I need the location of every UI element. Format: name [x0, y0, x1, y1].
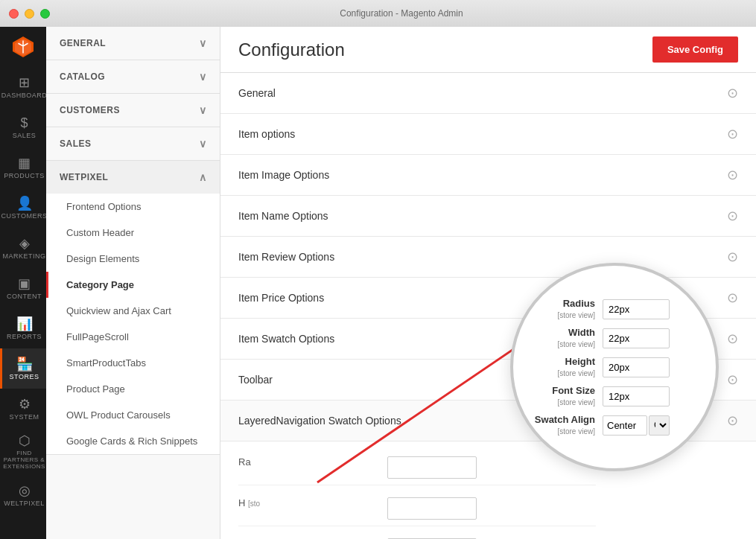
nav-item-stores-label: STORES: [10, 373, 39, 380]
sidebar-item-google-cards[interactable]: Google Cards & Rich Snippets: [46, 428, 220, 454]
nav-item-customers[interactable]: 👤 CUSTOMERS: [0, 188, 46, 228]
config-row-toolbar-label: Toolbar: [238, 374, 273, 386]
zoom-field-radius: Radius [store view]: [524, 298, 705, 320]
nav-item-products[interactable]: ▦ PRODUCTS: [0, 147, 46, 188]
chevron-circle-icon-3: ⊙: [727, 167, 738, 183]
sidebar-item-smartproducttabs[interactable]: SmartProductTabs: [46, 350, 220, 376]
nav-item-system-label: SYSTEM: [9, 413, 39, 421]
field-row-fontsize-partial: Font Si [sto: [238, 532, 596, 539]
close-button[interactable]: [9, 9, 19, 19]
maximize-button[interactable]: [40, 9, 50, 19]
chevron-circle-icon-7: ⊙: [727, 331, 738, 347]
chevron-down-icon: ∨: [199, 37, 207, 49]
config-row-general[interactable]: General ⊙: [220, 73, 756, 114]
config-row-item-options[interactable]: Item options ⊙: [220, 114, 756, 155]
zoom-input-fontsize[interactable]: [603, 386, 670, 406]
sidebar-section-wetpixel-label: WETPIXEL: [60, 172, 108, 182]
zoom-field-height: Height [store view]: [524, 356, 705, 378]
nav-item-sales[interactable]: $ SALES: [0, 107, 46, 147]
chevron-circle-icon-9: ⊙: [727, 412, 738, 429]
nav-item-dashboard[interactable]: ⊞ DASHBOARD: [0, 67, 46, 107]
sidebar-item-frontend-options[interactable]: Frontend Options: [46, 194, 220, 220]
chevron-circle-icon-6: ⊙: [727, 290, 738, 306]
sidebar-section-sales: SALES ∨: [46, 127, 220, 161]
title-bar: Configuration - Magento Admin: [0, 0, 756, 27]
nav-item-find-partners-label: FIND PARTNERS & EXTENSIONS: [2, 450, 46, 470]
config-row-item-image[interactable]: Item Image Options ⊙: [220, 155, 756, 196]
minimize-button[interactable]: [25, 9, 34, 19]
config-row-item-options-label: Item options: [238, 128, 295, 140]
weltpixel-icon: ◎: [19, 484, 31, 497]
sidebar-section-general-header[interactable]: GENERAL ∨: [46, 27, 220, 60]
sidebar-item-quickview[interactable]: Quickview and Ajax Cart: [46, 298, 220, 324]
nav-item-stores[interactable]: 🏪 STORES: [0, 348, 46, 389]
sidebar-section-sales-header[interactable]: SALES ∨: [46, 127, 220, 160]
sidebar-item-design-elements[interactable]: Design Elements: [46, 246, 220, 272]
sidebar-item-product-page[interactable]: Product Page: [46, 376, 220, 402]
sidebar-section-customers: CUSTOMERS ∨: [46, 94, 220, 127]
sidebar-item-fullpagescroll[interactable]: FullPageScroll: [46, 324, 220, 350]
config-row-item-name[interactable]: Item Name Options ⊙: [220, 196, 756, 237]
zoom-sublabel-radius: [store view]: [557, 311, 595, 319]
sidebar-section-sales-label: SALES: [60, 138, 92, 149]
dashboard-icon: ⊞: [19, 76, 30, 89]
layered-nav-expanded: Ra H [sto: [220, 441, 756, 539]
sidebar-section-general: GENERAL ∨: [46, 27, 220, 60]
zoom-input-width[interactable]: [603, 328, 670, 348]
chevron-circle-icon-2: ⊙: [727, 126, 738, 142]
nav-item-reports[interactable]: 📊 REPORTS: [0, 308, 46, 348]
sidebar-item-custom-header[interactable]: Custom Header: [46, 220, 220, 246]
zoom-sublabel-swatchalign: [store view]: [557, 427, 595, 436]
nav-item-marketing-label: MARKETING: [2, 252, 45, 260]
field-label-h: H: [238, 497, 245, 508]
sidebar-section-catalog: CATALOG ∨: [46, 60, 220, 94]
nav-item-weltpixel[interactable]: ◎ WELTPIXEL: [0, 475, 46, 515]
field-input-radius[interactable]: [387, 456, 477, 479]
zoom-field-fontsize: Font Size [store view]: [524, 385, 705, 407]
zoom-label-fontsize: Font Size: [524, 385, 595, 396]
nav-item-customers-label: CUSTOMERS: [1, 212, 48, 220]
find-partners-icon: ⬡: [19, 434, 31, 447]
sidebar-item-owl-carousels[interactable]: OWL Product Carousels: [46, 402, 220, 428]
nav-item-find-partners[interactable]: ⬡ FIND PARTNERS & EXTENSIONS: [0, 429, 46, 475]
field-row-h-partial: H [sto: [238, 491, 596, 526]
config-row-item-review[interactable]: Item Review Options ⊙: [220, 237, 756, 278]
nav-item-reports-label: REPORTS: [7, 333, 42, 340]
zoom-label-swatchalign: Swatch Align: [524, 414, 595, 425]
main-content: Configuration Save Config General ⊙ Item…: [220, 27, 756, 539]
zoom-input-swatchalign[interactable]: [603, 415, 647, 436]
sidebar-item-category-page[interactable]: Category Page: [46, 272, 220, 298]
field-sublabel-h: [sto: [248, 500, 260, 508]
sidebar-section-customers-header[interactable]: CUSTOMERS ∨: [46, 94, 220, 127]
logo[interactable]: [0, 27, 46, 67]
config-row-item-name-label: Item Name Options: [238, 210, 328, 222]
zoom-field-width: Width [store view]: [524, 327, 705, 349]
sidebar: GENERAL ∨ CATALOG ∨ CUSTOMERS ∨ SALES: [46, 27, 220, 539]
zoom-label-radius: Radius: [524, 298, 595, 309]
zoom-select-swatchalign[interactable]: Center: [649, 415, 670, 436]
zoom-sublabel-height: [store view]: [557, 369, 595, 377]
chevron-circle-icon-8: ⊙: [727, 371, 738, 388]
zoom-label-width: Width: [524, 327, 595, 338]
chevron-down-icon-customers: ∨: [199, 104, 207, 116]
nav-item-content[interactable]: ▣ CONTENT: [0, 268, 46, 308]
chevron-down-icon-catalog: ∨: [199, 71, 207, 83]
reports-icon: 📊: [16, 317, 33, 331]
nav-item-marketing[interactable]: ◈ MARKETING: [0, 228, 46, 268]
nav-item-system[interactable]: ⚙ SYSTEM: [0, 389, 46, 429]
config-row-item-price-label: Item Price Options: [238, 292, 324, 304]
chevron-down-icon-sales: ∨: [199, 138, 207, 150]
field-row-radius-partial: Ra: [238, 450, 596, 485]
save-config-button[interactable]: Save Config: [652, 36, 738, 63]
sidebar-section-general-label: GENERAL: [60, 38, 106, 48]
zoom-input-height[interactable]: [603, 357, 670, 377]
field-input-h[interactable]: [387, 497, 477, 520]
sidebar-section-catalog-header[interactable]: CATALOG ∨: [46, 60, 220, 93]
sidebar-section-wetpixel-header[interactable]: WETPIXEL ∧: [46, 161, 220, 194]
nav-item-content-label: CONTENT: [7, 293, 42, 300]
zoom-input-radius[interactable]: [603, 299, 670, 319]
sales-icon: $: [20, 116, 28, 130]
stores-icon: 🏪: [16, 357, 33, 371]
products-icon: ▦: [18, 156, 31, 170]
system-icon: ⚙: [19, 398, 31, 411]
